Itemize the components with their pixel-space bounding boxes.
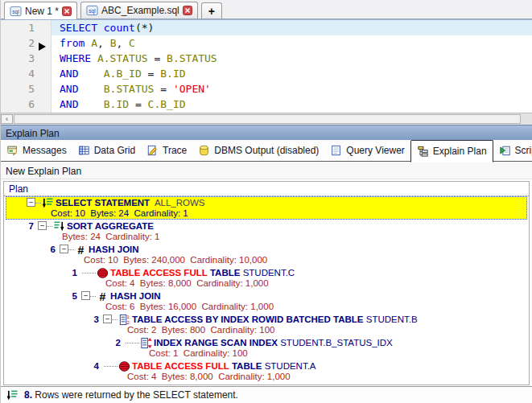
tree-connector: [47, 226, 52, 227]
tab-label: Data Grid: [94, 145, 135, 156]
editor-gutter: 123456: [1, 20, 52, 113]
plan-node-title: INDEX RANGE SCAN INDEX STUDENT.B_STATUS_…: [154, 338, 393, 347]
result-tab-bar: MessagesData GridTraceDBMS Output (disab…: [1, 140, 532, 162]
code-line-6: AND B.ID = C.B_ID: [52, 97, 532, 112]
plan-tree: −SELECT STATEMENT ALL_ROWSCost: 10 Bytes…: [4, 196, 529, 383]
execution-order: 4: [88, 361, 99, 371]
tree-connector: [112, 319, 118, 320]
doc-tab-new-1[interactable]: sql New 1 *: [4, 2, 77, 19]
tab-trace[interactable]: Trace: [141, 140, 192, 161]
document-tab-bar: sql New 1 * sql ABC_Example.sql +: [1, 0, 532, 19]
tab-label: Explain Plan: [433, 146, 487, 157]
svg-text:#: #: [100, 290, 106, 302]
tab-script-output[interactable]: Script Output: [493, 140, 532, 161]
statement-icon: [6, 389, 19, 401]
plan-node-root[interactable]: −SELECT STATEMENT ALL_ROWSCost: 10 Bytes…: [6, 196, 527, 220]
scrollbar-thumb[interactable]: [14, 114, 521, 124]
close-icon[interactable]: [183, 6, 192, 15]
tree-connector: [104, 366, 118, 367]
plan-node-title: SORT AGGREGATE: [67, 221, 154, 231]
collapse-box[interactable]: −: [27, 198, 35, 207]
plan-panel: Plan −SELECT STATEMENT ALL_ROWSCost: 10 …: [3, 181, 530, 385]
svg-text:sql: sql: [12, 8, 19, 14]
explain-subtitle: New Explain Plan: [1, 162, 532, 179]
trace-icon: [146, 145, 159, 156]
tree-connector: [90, 296, 96, 297]
explain-plan-icon: [417, 146, 429, 157]
plan-node-6[interactable]: 6−#HASH JOINCost: 10 Bytes: 240,000 Card…: [4, 243, 529, 266]
tab-dbms-output-disabled[interactable]: DBMS Output (disabled): [192, 140, 324, 161]
plan-node-4[interactable]: 4TABLE ACCESS FULL TABLE STUDENT.ACost: …: [4, 360, 529, 383]
collapse-box[interactable]: −: [60, 245, 68, 253]
plan-node-stats: Cost: 10 Bytes: 24 Cardinality: 1: [6, 208, 527, 220]
plan-node-1[interactable]: 1TABLE ACCESS FULL TABLE STUDENT.CCost: …: [4, 266, 529, 290]
svg-text:#: #: [78, 244, 85, 256]
execution-order: 6: [44, 245, 56, 254]
editor-hscrollbar[interactable]: ‹: [1, 113, 532, 125]
sql-file-icon: sql: [10, 6, 22, 17]
table-access-full-icon: [118, 360, 130, 372]
messages-icon: [6, 145, 19, 156]
tab-label: Trace: [163, 145, 187, 156]
line-number: 1: [1, 20, 51, 35]
tree-connector: [126, 343, 139, 343]
plan-node-stats: Cost: 6 Bytes: 16,000 Cardinality: 1,000: [4, 302, 529, 313]
tab-label: Query Viewer: [346, 145, 404, 156]
plan-node-stats: Cost: 4 Bytes: 8,000 Cardinality: 1,000: [4, 278, 529, 290]
close-icon[interactable]: [62, 6, 72, 16]
scroll-left-button[interactable]: ‹: [1, 114, 13, 124]
line-number: 6: [1, 97, 51, 112]
collapse-box[interactable]: −: [38, 221, 47, 230]
tab-label: Script Output: [515, 145, 532, 156]
plan-node-stats: Cost: 10 Bytes: 240,000 Cardinality: 10,…: [4, 255, 529, 266]
tab-explain-plan[interactable]: Explain Plan: [410, 140, 493, 162]
execution-order: 1: [66, 268, 77, 278]
sql-file-icon: sql: [86, 5, 98, 16]
execution-order: 5: [66, 291, 77, 301]
doc-tab-label: New 1 *: [25, 6, 59, 17]
plan-node-7[interactable]: 7−SORT AGGREGATEBytes: 24 Cardinality: 1: [4, 220, 529, 243]
select-statement-icon: [42, 197, 54, 209]
line-number: 4: [1, 66, 51, 81]
code-line-5: AND B.STATUS = 'OPEN': [52, 81, 532, 97]
code-line-4: AND A.B_ID = B.ID: [52, 66, 532, 81]
data-grid-icon: [78, 145, 90, 156]
tab-data-grid[interactable]: Data Grid: [72, 140, 141, 161]
svg-text:1:: 1:: [127, 315, 131, 319]
tab-label: DBMS Output (disabled): [214, 145, 319, 156]
status-text: Rows were returned by the SELECT stateme…: [35, 389, 238, 401]
code-line-2: from A, B, C: [52, 35, 532, 51]
code-area: SELECT count(*)from A, B, CWHERE A.STATU…: [52, 20, 532, 113]
dbms-output-icon: [198, 145, 210, 156]
index-range-scan-icon: [140, 337, 152, 349]
tab-query-viewer[interactable]: Query Viewer: [324, 140, 410, 161]
sql-editor[interactable]: 123456 SELECT count(*)from A, B, CWHERE …: [1, 19, 532, 113]
tree-connector: [82, 273, 96, 273]
execution-order: 3: [88, 315, 99, 324]
plan-node-title: TABLE ACCESS FULL TABLE STUDENT.A: [132, 361, 316, 371]
table-access-full-icon: [97, 267, 109, 279]
plan-node-stats: Cost: 4 Bytes: 8,000 Cardinality: 1,000: [4, 372, 529, 383]
plan-node-title: SELECT STATEMENT ALL_ROWS: [56, 198, 205, 208]
tab-messages[interactable]: Messages: [1, 140, 72, 161]
line-number: 5: [1, 81, 51, 97]
tree-connector: [68, 249, 74, 250]
collapse-box[interactable]: −: [103, 315, 112, 323]
doc-tab-abc-example[interactable]: sql ABC_Example.sql: [80, 2, 198, 19]
plan-node-5[interactable]: 5−#HASH JOINCost: 6 Bytes: 16,000 Cardin…: [4, 290, 529, 313]
plan-node-2[interactable]: 2INDEX RANGE SCAN INDEX STUDENT.B_STATUS…: [4, 336, 529, 360]
svg-text:sql: sql: [89, 8, 96, 14]
sort-aggregate-icon: [53, 220, 65, 232]
svg-text:2:: 2:: [127, 320, 131, 325]
status-number: 8.: [24, 389, 32, 401]
execution-order: 2: [109, 338, 121, 347]
plan-node-title: HASH JOIN: [89, 245, 139, 254]
plan-node-stats: Bytes: 24 Cardinality: 1: [4, 232, 529, 243]
tab-label: Messages: [23, 145, 67, 156]
plan-node-3[interactable]: 3−1:2:TABLE ACCESS BY INDEX ROWID BATCHE…: [4, 313, 529, 336]
query-viewer-icon: [330, 145, 342, 156]
plan-node-title: HASH JOIN: [110, 291, 161, 301]
new-tab-button[interactable]: +: [201, 2, 222, 19]
collapse-box[interactable]: −: [81, 291, 90, 300]
status-bar: 8. Rows were returned by the SELECT stat…: [1, 386, 532, 403]
